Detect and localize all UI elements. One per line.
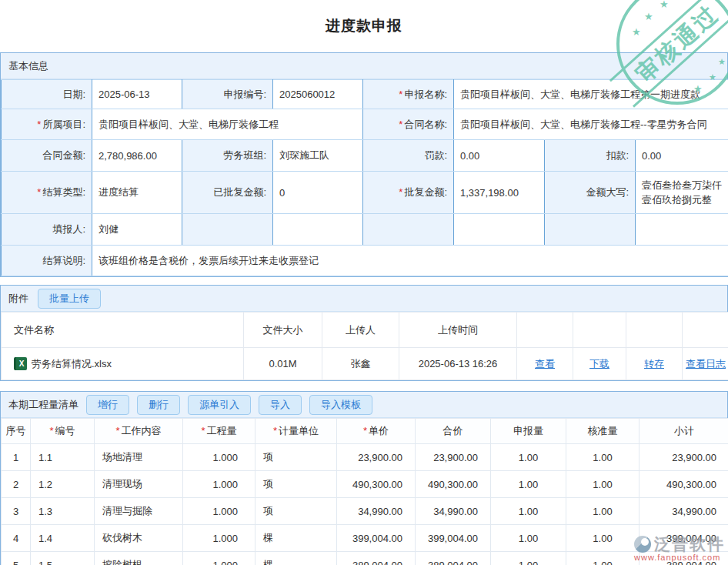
- section-title: 本期工程量清单: [8, 398, 78, 412]
- date-label: 日期:: [2, 80, 92, 109]
- col-file-size: 文件大小: [244, 313, 322, 348]
- empty-field[interactable]: [636, 214, 728, 246]
- decl-name-field[interactable]: 贵阳项目样板间、大堂、电梯厅装修工程第一期进度款: [454, 80, 728, 109]
- work-item-cell: 1: [2, 444, 31, 471]
- col-upload-time: 上传时间: [399, 313, 517, 348]
- batch-upload-button[interactable]: 批量上传: [38, 289, 101, 309]
- worksheet-col-header: 合价: [416, 419, 491, 444]
- work-item-cell: 1.00: [566, 498, 640, 525]
- col-action: [626, 313, 683, 348]
- work-item-cell: 场地清理: [95, 444, 183, 471]
- work-item-row[interactable]: 31.3清理与掘除1.000项34,990.0034,990.001.001.0…: [2, 498, 728, 525]
- work-item-cell: 23,900.00: [337, 444, 416, 471]
- settle-type-label: *结算类型:: [2, 172, 92, 214]
- approved-amount-field[interactable]: 1,337,198.00: [454, 172, 545, 214]
- decl-no-label: 申报编号:: [182, 80, 273, 109]
- worksheet-col-header: *编号: [31, 419, 95, 444]
- empty-field[interactable]: [273, 214, 363, 246]
- settle-type-field[interactable]: 进度结算: [92, 172, 182, 214]
- work-item-cell: 399,004.00: [416, 525, 491, 552]
- date-field[interactable]: 2025-06-13: [92, 80, 182, 109]
- work-item-cell: 389,004.00: [416, 552, 491, 565]
- work-item-cell: 1.00: [491, 444, 566, 471]
- contract-amount-field[interactable]: 2,780,986.00: [92, 140, 182, 172]
- contract-name-label: *合同名称:: [363, 109, 454, 140]
- work-item-cell: 1.3: [31, 498, 95, 525]
- approved-done-label: 已批复金额:: [182, 172, 273, 214]
- attachments-header-row: 文件名称 文件大小 上传人 上传时间: [2, 313, 728, 348]
- view-log-link[interactable]: 查看日志: [686, 358, 726, 369]
- col-action: [573, 313, 626, 348]
- work-item-row[interactable]: 21.2清理现场1.000项490,300.00490,300.001.001.…: [2, 471, 728, 498]
- project-label: *所属项目:: [2, 109, 92, 140]
- empty-label-cell: [545, 214, 636, 246]
- work-item-cell: 5: [2, 552, 31, 565]
- labor-team-field[interactable]: 刘琛施工队: [273, 140, 363, 172]
- work-item-cell: 1.00: [491, 471, 566, 498]
- worksheet-table: 序号*编号*工作内容*工程量*计量单位*单价合价申报量核准量小计 11.1场地清…: [1, 418, 728, 565]
- page-title: 进度款申报: [326, 16, 402, 36]
- import-template-button[interactable]: 导入模板: [309, 395, 372, 415]
- empty-field[interactable]: [454, 214, 545, 246]
- settle-note-field[interactable]: 该班组价格是含税价，发票后续开过来走收票登记: [92, 246, 728, 276]
- section-title: 附件: [8, 292, 28, 306]
- attachment-row: X 劳务结算情况.xlsx 0.01M 张鑫 2025-06-13 16:26 …: [2, 348, 728, 380]
- settle-note-label: 结算说明:: [2, 246, 92, 276]
- work-item-cell: 项: [255, 444, 337, 471]
- filler-field[interactable]: 刘健: [92, 214, 182, 246]
- import-button[interactable]: 导入: [259, 395, 302, 415]
- approved-done-field[interactable]: 0: [273, 172, 363, 214]
- worksheet-col-header: 小计: [640, 419, 728, 444]
- project-field[interactable]: 贵阳项目样板间、大堂、电梯厅装修工程: [92, 109, 363, 140]
- filler-label: 填报人:: [2, 214, 92, 246]
- work-item-cell: 389,004.00: [337, 552, 416, 565]
- worksheet-col-header: *单价: [337, 419, 416, 444]
- work-item-cell: 1.000: [183, 471, 255, 498]
- col-file-name: 文件名称: [2, 313, 244, 348]
- source-import-button[interactable]: 源单引入: [188, 395, 251, 415]
- basic-info-form: 日期: 2025-06-13 申报编号: 2025060012 *申报名称: 贵…: [1, 79, 728, 276]
- work-item-row[interactable]: 41.4砍伐树木1.000棵399,004.00399,004.001.001.…: [2, 525, 728, 552]
- file-size: 0.01M: [244, 348, 322, 380]
- work-item-cell: 399,004.00: [640, 525, 728, 552]
- add-row-button[interactable]: 增行: [86, 395, 129, 415]
- work-item-row[interactable]: 51.5挖除树根1.000棵389,004.00389,004.001.001.…: [2, 552, 728, 565]
- work-item-cell: 3: [2, 498, 31, 525]
- file-name-cell: X 劳务结算情况.xlsx: [2, 348, 244, 380]
- col-uploader: 上传人: [322, 313, 399, 348]
- delete-row-button[interactable]: 删行: [137, 395, 180, 415]
- worksheet-col-header: 核准量: [566, 419, 640, 444]
- download-link[interactable]: 下载: [589, 358, 609, 369]
- work-item-cell: 490,300.00: [640, 471, 728, 498]
- work-item-cell: 34,990.00: [640, 498, 728, 525]
- work-item-cell: 1.00: [566, 552, 640, 565]
- decl-no-field[interactable]: 2025060012: [273, 80, 363, 109]
- deduction-field[interactable]: 0.00: [636, 140, 728, 172]
- work-item-cell: 490,300.00: [416, 471, 491, 498]
- file-uploader: 张鑫: [322, 348, 399, 380]
- worksheet-col-header: *工作内容: [95, 419, 183, 444]
- file-upload-time: 2025-06-13 16:26: [399, 348, 517, 380]
- view-link[interactable]: 查看: [535, 358, 555, 369]
- work-item-cell: 490,300.00: [337, 471, 416, 498]
- work-item-cell: 项: [255, 471, 337, 498]
- work-item-cell: 清理现场: [95, 471, 183, 498]
- work-item-cell: 2: [2, 471, 31, 498]
- amount-words-label: 金额大写:: [545, 172, 636, 214]
- basic-info-section: 基本信息 日期: 2025-06-13 申报编号: 2025060012 *申报…: [0, 52, 728, 277]
- contract-name-field[interactable]: 贵阳项目样板间、大堂、电梯厅装修工程--零星劳务合同: [454, 109, 728, 140]
- work-item-cell: 砍伐树木: [95, 525, 183, 552]
- contract-amount-label: 合同金额:: [2, 140, 92, 172]
- work-item-cell: 1.00: [566, 471, 640, 498]
- penalty-field[interactable]: 0.00: [454, 140, 545, 172]
- work-item-cell: 挖除树根: [95, 552, 183, 565]
- work-item-cell: 1.5: [31, 552, 95, 565]
- worksheet-header-row: 序号*编号*工作内容*工程量*计量单位*单价合价申报量核准量小计: [2, 419, 728, 444]
- work-item-cell: 1.2: [31, 471, 95, 498]
- work-item-cell: 34,990.00: [416, 498, 491, 525]
- work-item-cell: 1.1: [31, 444, 95, 471]
- col-action: [683, 313, 728, 348]
- save-as-link[interactable]: 转存: [644, 358, 664, 369]
- work-item-row[interactable]: 11.1场地清理1.000项23,900.0023,900.001.001.00…: [2, 444, 728, 471]
- worksheet-col-header: *工程量: [183, 419, 255, 444]
